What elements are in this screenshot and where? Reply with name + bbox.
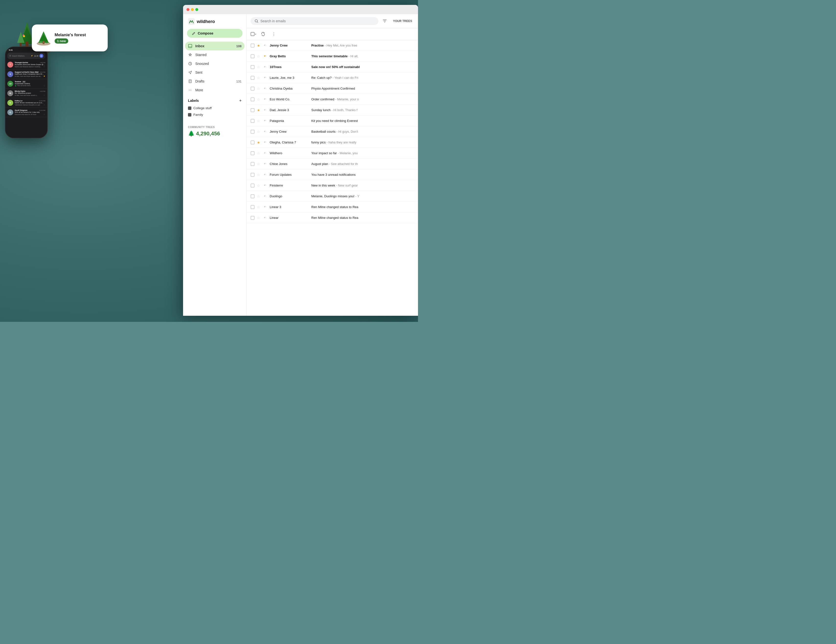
nav-icon-snoozed xyxy=(188,61,193,66)
email-checkbox[interactable] xyxy=(251,97,255,101)
email-row[interactable]: ☆ Linear 3 Ren Milne changed status to R… xyxy=(247,202,418,212)
refresh-button[interactable] xyxy=(259,30,267,38)
email-star[interactable]: ☆ xyxy=(257,87,261,91)
label-family[interactable]: Family xyxy=(188,111,242,118)
email-sender: Linear 3 xyxy=(270,205,309,209)
email-checkbox[interactable] xyxy=(251,162,255,166)
search-input[interactable] xyxy=(260,19,374,23)
app-logo: wildhero xyxy=(183,18,247,29)
email-subject: Ren Milne changed status to Rea xyxy=(311,205,358,209)
nav-item-more[interactable]: More xyxy=(185,86,245,95)
phone-time: 9:41 xyxy=(9,49,13,51)
email-forward-icon xyxy=(263,183,267,188)
email-row[interactable]: ☆ Forum Updates You have 3 unread notifi… xyxy=(247,169,418,180)
label-college[interactable]: College stuff xyxy=(188,105,242,111)
email-checkbox[interactable] xyxy=(251,173,255,177)
email-checkbox[interactable] xyxy=(251,216,255,220)
phone-email-subject: Re: Marketing project xyxy=(15,92,45,94)
email-checkbox[interactable] xyxy=(251,54,255,58)
email-row[interactable]: ★ Jenny Crew Practise - Hey Mel, Are you… xyxy=(247,40,418,51)
browser-window: wildhero Compose Inbox 108 Starred Snooz… xyxy=(183,5,418,316)
minimize-button[interactable] xyxy=(191,8,194,11)
phone-search-bar[interactable]: ☰ Search Wildhero ⚡ 12.15 M xyxy=(7,52,45,59)
email-star[interactable]: ★ xyxy=(257,108,261,112)
filter-button[interactable] xyxy=(380,16,389,25)
email-star[interactable]: ☆ xyxy=(257,216,261,220)
email-row[interactable]: ☆ Gray Betts This semester timetable - H… xyxy=(247,51,418,62)
phone-email-item[interactable]: M Mindy Kyles 4:32 PM Re: Marketing proj… xyxy=(5,88,47,98)
email-forward-icon xyxy=(263,141,267,144)
email-checkbox[interactable] xyxy=(251,119,255,123)
email-checkbox[interactable] xyxy=(251,44,255,47)
email-row[interactable]: ☆ Jenny Crew Basketball courts - Hi guys… xyxy=(247,126,418,137)
phone-email-item[interactable]: S Support at Earth Class Mail 6:52 PM Ma… xyxy=(5,70,47,79)
nav-item-sent[interactable]: Sent xyxy=(185,68,245,77)
compose-button[interactable]: Compose xyxy=(187,29,243,38)
email-row[interactable]: ☆ Duolingo Melanie, Duolingo misses you!… xyxy=(247,191,418,202)
svg-rect-15 xyxy=(42,41,44,44)
email-row[interactable]: ☆ Chloe Jones August plan - See attached… xyxy=(247,159,418,169)
add-label-button[interactable]: + xyxy=(239,98,242,103)
email-checkbox[interactable] xyxy=(251,195,255,198)
email-star[interactable]: ★ xyxy=(257,141,261,144)
email-row[interactable]: ☆ Finisterre New in this week - New surf… xyxy=(247,180,418,191)
email-star[interactable]: ☆ xyxy=(257,119,261,123)
email-checkbox[interactable] xyxy=(251,151,255,155)
phone-email-subject: 50% off all trainers for 1 day only xyxy=(15,111,45,113)
phone-email-sender: Kathy Le xyxy=(15,100,23,102)
nav-item-drafts[interactable]: Drafts 131 xyxy=(185,77,245,86)
email-row[interactable]: ★ Dad, Jessie 3 Sunday lunch - Hi both, … xyxy=(247,105,418,116)
email-checkbox[interactable] xyxy=(251,65,255,69)
email-star[interactable]: ★ xyxy=(257,44,261,47)
nav-item-snoozed[interactable]: Snoozed xyxy=(185,59,245,68)
email-row[interactable]: ☆ Wildhero Your impact so far - Melanie,… xyxy=(247,148,418,159)
email-star[interactable]: ☆ xyxy=(257,151,261,155)
email-star[interactable]: ☆ xyxy=(257,183,261,188)
phone-email-item[interactable]: K Kathy Le 12:02 PM Martin Brown mention… xyxy=(5,98,47,108)
email-star[interactable]: ☆ xyxy=(257,54,261,58)
nav-item-starred[interactable]: Starred xyxy=(185,51,245,59)
more-options-button[interactable]: ⋮ xyxy=(270,30,278,38)
phone-email-item[interactable]: 10 Tentree Ad Sustainable clothing 🌲 Thi… xyxy=(5,79,47,88)
close-button[interactable] xyxy=(186,8,189,11)
phone-star-empty: ☆ xyxy=(43,103,45,106)
email-row[interactable]: ☆ 10Trees Sale now on! 50% off sustainab… xyxy=(247,62,418,72)
nav-icon-more xyxy=(188,88,193,92)
search-bar[interactable] xyxy=(251,17,378,25)
email-checkbox[interactable] xyxy=(251,76,255,80)
email-body-preview: Order confirmed - Melanie, your o xyxy=(311,97,414,101)
email-sender: Jenny Crew xyxy=(270,130,309,133)
email-row[interactable]: ☆ Laurie, Joe, me 3 Re: Catch up? - Yeah… xyxy=(247,72,418,83)
email-checkbox[interactable] xyxy=(251,141,255,144)
email-checkbox[interactable] xyxy=(251,205,255,209)
nav-item-inbox[interactable]: Inbox 108 xyxy=(185,42,245,51)
forest-new-badge: 1 new xyxy=(55,38,68,44)
email-star[interactable]: ☆ xyxy=(257,76,261,80)
email-row[interactable]: ☆ Christina Oyeba Physio Appointment Con… xyxy=(247,83,418,94)
email-star[interactable]: ☆ xyxy=(257,205,261,209)
email-checkbox[interactable] xyxy=(251,130,255,134)
email-row[interactable]: ★ Otegha, Clarissa 7 funny pics - haha t… xyxy=(247,137,418,148)
email-forward-icon xyxy=(263,65,267,69)
email-star[interactable]: ☆ xyxy=(257,195,261,198)
phone-email-subject: Accepted: Elora and James Dugan @... xyxy=(15,64,45,65)
email-body-preview: Re: Catch up? - Yeah I can do Fri xyxy=(311,76,414,80)
email-star[interactable]: ☆ xyxy=(257,173,261,177)
your-trees-button[interactable]: YOUR TREES xyxy=(391,20,414,23)
email-body-preview: Sunday lunch - Hi both, Thanks f xyxy=(311,108,414,112)
email-row[interactable]: ☆ Linear Ren Milne changed status to Rea xyxy=(247,212,418,223)
email-star[interactable]: ☆ xyxy=(257,97,261,101)
email-star[interactable]: ☆ xyxy=(257,130,261,134)
email-checkbox[interactable] xyxy=(251,87,255,91)
email-row[interactable]: ☆ Eco World Co. Order confirmed - Melani… xyxy=(247,94,418,105)
phone-email-item[interactable]: G Geoff Grayson 11:22 PM 50% off all tra… xyxy=(5,108,47,117)
select-all-checkbox[interactable]: ▾ xyxy=(251,32,256,36)
phone-email-item[interactable]: T Triumph Kerins 7:09 PM Accepted: Elora… xyxy=(5,60,47,70)
email-star[interactable]: ☆ xyxy=(257,65,261,69)
label-college-text: College stuff xyxy=(193,106,212,110)
maximize-button[interactable] xyxy=(195,8,198,11)
email-star[interactable]: ☆ xyxy=(257,162,261,166)
email-checkbox[interactable] xyxy=(251,183,255,188)
email-checkbox[interactable] xyxy=(251,108,255,112)
email-row[interactable]: ☆ Patagonia Kit you need for climbing Ev… xyxy=(247,116,418,126)
